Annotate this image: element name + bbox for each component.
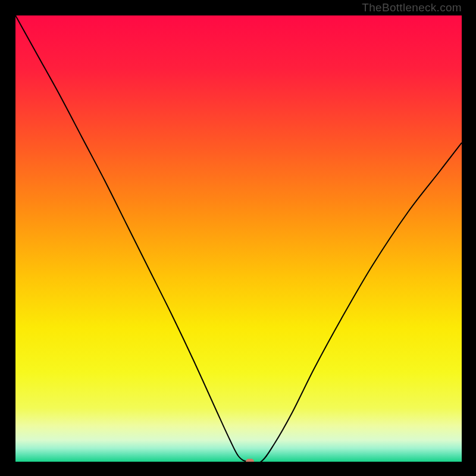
optimum-marker <box>246 459 254 462</box>
bottleneck-curve <box>15 15 462 462</box>
plot-area <box>15 15 462 462</box>
chart-frame: TheBottleneck.com <box>0 0 476 476</box>
watermark-text: TheBottleneck.com <box>362 1 462 14</box>
